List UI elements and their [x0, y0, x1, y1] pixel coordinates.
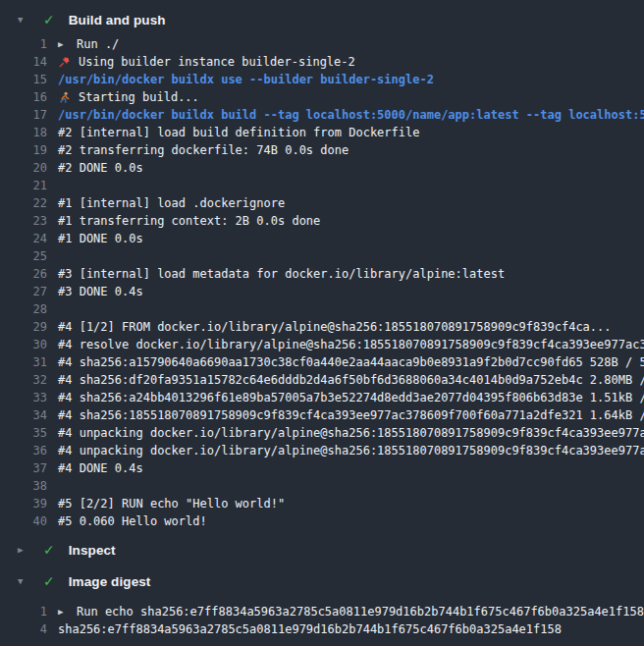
section-log-lines: 1 ▶Run ./ 14 Using builder instance buil… — [0, 35, 644, 530]
log-line: 1 ▶Run ./ — [0, 35, 644, 53]
log-line-number[interactable]: 25 — [0, 247, 58, 265]
log-line-text: #4 DONE 0.4s — [58, 459, 143, 477]
log-line-text: #4 sha256:a24bb4013296f61e89ba57005a7b3e… — [58, 389, 644, 406]
success-check-icon: ✓ — [43, 13, 55, 27]
log-line-text: #2 [internal] load build definition from… — [58, 124, 419, 141]
log-line-number[interactable]: 40 — [0, 512, 58, 530]
log-line-text: #5 0.060 Hello world! — [58, 512, 207, 530]
log-line: 27 #3 DONE 0.4s — [0, 283, 644, 300]
section-header[interactable]: ▶ ✓ Inspect — [0, 536, 644, 564]
log-line-number[interactable]: 14 — [0, 53, 58, 71]
triangle-down-icon[interactable]: ▼ — [18, 16, 29, 25]
log-line-text: #1 DONE 0.0s — [58, 230, 143, 247]
log-line-number[interactable]: 19 — [0, 141, 58, 159]
success-check-icon: ✓ — [43, 574, 55, 588]
log-line: 34 #4 sha256:185518070891758909c9f839cf4… — [0, 406, 644, 424]
log-line-text: #4 resolve docker.io/library/alpine@sha2… — [58, 336, 644, 353]
log-line: 32 #4 sha256:df20fa9351a15782c64e6dddb2d… — [0, 371, 644, 389]
log-line-number[interactable]: 17 — [0, 106, 58, 124]
log-section: ▼ ✓ Image digest 1 ▶Run echo sha256:e7ff… — [0, 567, 644, 638]
log-line-number[interactable]: 24 — [0, 230, 58, 247]
log-line: 26 #3 [internal] load metadata for docke… — [0, 265, 644, 283]
log-line-number[interactable]: 15 — [0, 71, 58, 88]
log-line: 37 #4 DONE 0.4s — [0, 459, 644, 477]
log-line: 31 #4 sha256:a15790640a6690aa1730c38cf0a… — [0, 353, 644, 371]
pushpin-icon — [58, 56, 71, 69]
actions-log-viewer: ▼ ✓ Build and push 1 ▶Run ./ 14 Using bu… — [0, 6, 644, 638]
log-line-text: #4 unpacking docker.io/library/alpine@sh… — [58, 424, 644, 442]
log-line-text: #4 sha256:185518070891758909c9f839cf4ca3… — [58, 406, 644, 424]
log-line-number[interactable]: 18 — [0, 124, 58, 141]
log-line-text: ▶Run ./ — [58, 35, 119, 53]
log-line-text: /usr/bin/docker buildx build --tag local… — [58, 106, 644, 124]
log-line: 29 #4 [1/2] FROM docker.io/library/alpin… — [0, 318, 644, 336]
log-line-number[interactable]: 34 — [0, 406, 58, 424]
log-line-number[interactable]: 39 — [0, 495, 58, 512]
log-line: 21 — [0, 177, 644, 194]
log-line-number[interactable]: 4 — [0, 620, 58, 638]
log-line-number[interactable]: 23 — [0, 212, 58, 230]
log-line: 22 #1 [internal] load .dockerignore — [0, 194, 644, 212]
log-line-text: /usr/bin/docker buildx use --builder bui… — [58, 71, 434, 88]
log-line-number[interactable]: 30 — [0, 336, 58, 353]
section-title: Image digest — [69, 574, 151, 589]
log-line-number[interactable]: 26 — [0, 265, 58, 283]
log-line-number[interactable]: 37 — [0, 459, 58, 477]
log-line-text: Using builder instance builder-single-2 — [58, 53, 355, 71]
log-line-text: #4 unpacking docker.io/library/alpine@sh… — [58, 442, 644, 459]
log-line-number[interactable]: 32 — [0, 371, 58, 389]
log-section: ▼ ✓ Build and push 1 ▶Run ./ 14 Using bu… — [0, 6, 644, 530]
triangle-right-icon[interactable]: ▶ — [18, 546, 29, 555]
log-line-number[interactable]: 28 — [0, 300, 58, 318]
section-header[interactable]: ▼ ✓ Build and push — [0, 6, 644, 33]
success-check-icon: ✓ — [43, 543, 55, 557]
section-header[interactable]: ▼ ✓ Image digest — [0, 567, 644, 595]
log-line-number[interactable]: 20 — [0, 159, 58, 177]
triangle-down-icon[interactable]: ▼ — [18, 577, 29, 586]
log-line: 18 #2 [internal] load build definition f… — [0, 124, 644, 141]
log-line: 28 — [0, 300, 644, 318]
log-line: 33 #4 sha256:a24bb4013296f61e89ba57005a7… — [0, 389, 644, 406]
log-line: 15 /usr/bin/docker buildx use --builder … — [0, 71, 644, 88]
log-line-number[interactable]: 35 — [0, 424, 58, 442]
log-line-number[interactable]: 22 — [0, 194, 58, 212]
log-line: 38 — [0, 477, 644, 495]
log-line-text: #2 transferring dockerfile: 74B 0.0s don… — [58, 141, 349, 159]
log-line-text: #2 DONE 0.0s — [58, 159, 143, 177]
log-line: 14 Using builder instance builder-single… — [0, 53, 644, 71]
log-line: 25 — [0, 247, 644, 265]
log-line-text: #4 sha256:a15790640a6690aa1730c38cf0a440… — [58, 353, 644, 371]
log-line-number[interactable]: 31 — [0, 353, 58, 371]
log-line-number[interactable]: 1 — [0, 603, 58, 620]
log-line: 4 sha256:e7ff8834a5963a2785c5a0811e979d1… — [0, 620, 644, 638]
log-line-text: Starting build... — [58, 88, 199, 106]
log-line: 20 #2 DONE 0.0s — [0, 159, 644, 177]
log-line-number[interactable]: 36 — [0, 442, 58, 459]
log-line-number[interactable]: 27 — [0, 283, 58, 300]
log-line-number[interactable]: 21 — [0, 177, 58, 194]
log-line-text: #3 [internal] load metadata for docker.i… — [58, 265, 505, 283]
log-line: 19 #2 transferring dockerfile: 74B 0.0s … — [0, 141, 644, 159]
log-line: 35 #4 unpacking docker.io/library/alpine… — [0, 424, 644, 442]
log-line-text: #3 DONE 0.4s — [58, 283, 143, 300]
section-log-lines: 1 ▶Run echo sha256:e7ff8834a5963a2785c5a… — [0, 603, 644, 638]
log-line-number[interactable]: 33 — [0, 389, 58, 406]
run-chevron-icon[interactable]: ▶ — [58, 603, 68, 620]
log-section: ▶ ✓ Inspect — [0, 536, 644, 564]
section-title: Build and push — [69, 13, 166, 27]
section-title: Inspect — [69, 543, 116, 558]
log-line-text: #1 [internal] load .dockerignore — [58, 194, 285, 212]
log-line: 1 ▶Run echo sha256:e7ff8834a5963a2785c5a… — [0, 603, 644, 620]
log-line-text: ▶Run echo sha256:e7ff8834a5963a2785c5a08… — [58, 603, 644, 620]
log-line-number[interactable]: 38 — [0, 477, 58, 495]
log-line: 23 #1 transferring context: 2B 0.0s done — [0, 212, 644, 230]
log-line: 39 #5 [2/2] RUN echo "Hello world!" — [0, 495, 644, 512]
log-line-text: sha256:e7ff8834a5963a2785c5a0811e979d16b… — [58, 620, 562, 638]
log-line: 30 #4 resolve docker.io/library/alpine@s… — [0, 336, 644, 353]
log-line-number[interactable]: 29 — [0, 318, 58, 336]
log-line-text: #5 [2/2] RUN echo "Hello world!" — [58, 495, 285, 512]
log-line-number[interactable]: 16 — [0, 88, 58, 106]
run-chevron-icon[interactable]: ▶ — [58, 35, 68, 53]
log-line: 36 #4 unpacking docker.io/library/alpine… — [0, 442, 644, 459]
log-line-number[interactable]: 1 — [0, 35, 58, 53]
